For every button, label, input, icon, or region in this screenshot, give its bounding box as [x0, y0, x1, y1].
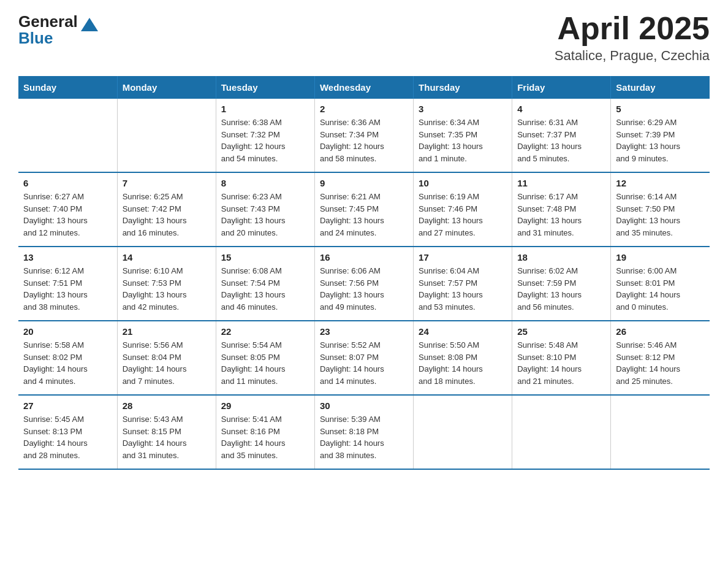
day-number: 5 [616, 104, 705, 114]
day-number: 17 [419, 252, 507, 262]
weekday-header-friday: Friday [512, 76, 611, 99]
day-number: 23 [320, 326, 408, 337]
calendar-cell: 13Sunrise: 6:12 AMSunset: 7:51 PMDayligh… [18, 247, 117, 321]
calendar-cell: 29Sunrise: 5:41 AMSunset: 8:16 PMDayligh… [216, 395, 314, 469]
logo-blue-text: Blue [18, 29, 53, 48]
calendar-cell [117, 99, 216, 172]
day-info: Sunrise: 5:46 AMSunset: 8:12 PMDaylight:… [616, 339, 705, 387]
calendar-cell: 17Sunrise: 6:04 AMSunset: 7:57 PMDayligh… [414, 247, 512, 321]
calendar-cell: 18Sunrise: 6:02 AMSunset: 7:59 PMDayligh… [512, 247, 611, 321]
weekday-header-thursday: Thursday [414, 76, 512, 99]
day-info: Sunrise: 6:04 AMSunset: 7:57 PMDaylight:… [419, 265, 507, 313]
day-info: Sunrise: 6:31 AMSunset: 7:37 PMDaylight:… [517, 117, 605, 164]
day-number: 22 [221, 326, 309, 337]
day-number: 11 [517, 178, 605, 188]
calendar-cell: 11Sunrise: 6:17 AMSunset: 7:48 PMDayligh… [512, 172, 611, 247]
page-header: General Blue April 2025 Satalice, Prague… [18, 12, 710, 64]
logo: General Blue [18, 12, 98, 48]
calendar-cell: 8Sunrise: 6:23 AMSunset: 7:43 PMDaylight… [216, 172, 314, 247]
day-info: Sunrise: 5:56 AMSunset: 8:04 PMDaylight:… [123, 339, 211, 387]
calendar-cell: 24Sunrise: 5:50 AMSunset: 8:08 PMDayligh… [414, 321, 512, 395]
day-number: 25 [517, 326, 605, 337]
day-info: Sunrise: 5:58 AMSunset: 8:02 PMDaylight:… [23, 339, 112, 387]
day-number: 6 [23, 178, 112, 188]
day-info: Sunrise: 6:21 AMSunset: 7:45 PMDaylight:… [320, 191, 408, 239]
calendar-week-row: 27Sunrise: 5:45 AMSunset: 8:13 PMDayligh… [18, 395, 710, 469]
day-info: Sunrise: 6:17 AMSunset: 7:48 PMDaylight:… [517, 191, 605, 239]
day-info: Sunrise: 6:29 AMSunset: 7:39 PMDaylight:… [616, 117, 705, 164]
day-info: Sunrise: 6:34 AMSunset: 7:35 PMDaylight:… [419, 117, 507, 164]
day-info: Sunrise: 5:39 AMSunset: 8:18 PMDaylight:… [320, 413, 408, 461]
day-info: Sunrise: 5:50 AMSunset: 8:08 PMDaylight:… [419, 339, 507, 387]
day-info: Sunrise: 6:14 AMSunset: 7:50 PMDaylight:… [616, 191, 705, 239]
day-number: 7 [123, 178, 211, 188]
calendar-cell: 10Sunrise: 6:19 AMSunset: 7:46 PMDayligh… [414, 172, 512, 247]
calendar-week-row: 20Sunrise: 5:58 AMSunset: 8:02 PMDayligh… [18, 321, 710, 395]
calendar-cell: 20Sunrise: 5:58 AMSunset: 8:02 PMDayligh… [18, 321, 117, 395]
calendar-cell: 25Sunrise: 5:48 AMSunset: 8:10 PMDayligh… [512, 321, 611, 395]
calendar-cell: 7Sunrise: 6:25 AMSunset: 7:42 PMDaylight… [117, 172, 216, 247]
day-info: Sunrise: 6:23 AMSunset: 7:43 PMDaylight:… [221, 191, 309, 239]
day-info: Sunrise: 5:54 AMSunset: 8:05 PMDaylight:… [221, 339, 309, 387]
calendar-cell: 4Sunrise: 6:31 AMSunset: 7:37 PMDaylight… [512, 99, 611, 172]
logo-wordmark: General Blue [18, 12, 98, 48]
day-info: Sunrise: 6:12 AMSunset: 7:51 PMDaylight:… [23, 265, 112, 313]
day-number: 20 [23, 326, 112, 337]
day-info: Sunrise: 6:00 AMSunset: 8:01 PMDaylight:… [616, 265, 705, 313]
day-number: 13 [23, 252, 112, 262]
calendar-cell: 9Sunrise: 6:21 AMSunset: 7:45 PMDaylight… [314, 172, 413, 247]
calendar-title-block: April 2025 Satalice, Prague, Czechia [555, 12, 710, 64]
weekday-header-saturday: Saturday [611, 76, 710, 99]
day-info: Sunrise: 6:06 AMSunset: 7:56 PMDaylight:… [320, 265, 408, 313]
calendar-table: SundayMondayTuesdayWednesdayThursdayFrid… [18, 76, 710, 470]
calendar-cell: 14Sunrise: 6:10 AMSunset: 7:53 PMDayligh… [117, 247, 216, 321]
calendar-cell [611, 395, 710, 469]
weekday-header-wednesday: Wednesday [314, 76, 413, 99]
day-number: 28 [123, 400, 211, 411]
calendar-cell [512, 395, 611, 469]
calendar-cell: 22Sunrise: 5:54 AMSunset: 8:05 PMDayligh… [216, 321, 314, 395]
day-number: 1 [221, 104, 309, 114]
day-number: 30 [320, 400, 408, 411]
calendar-cell: 21Sunrise: 5:56 AMSunset: 8:04 PMDayligh… [117, 321, 216, 395]
logo-triangle-icon [81, 18, 98, 31]
calendar-cell: 28Sunrise: 5:43 AMSunset: 8:15 PMDayligh… [117, 395, 216, 469]
calendar-subtitle: Satalice, Prague, Czechia [555, 48, 710, 64]
calendar-cell: 23Sunrise: 5:52 AMSunset: 8:07 PMDayligh… [314, 321, 413, 395]
day-number: 19 [616, 252, 705, 262]
day-number: 14 [123, 252, 211, 262]
day-number: 26 [616, 326, 705, 337]
calendar-cell: 30Sunrise: 5:39 AMSunset: 8:18 PMDayligh… [314, 395, 413, 469]
day-number: 3 [419, 104, 507, 114]
calendar-cell: 15Sunrise: 6:08 AMSunset: 7:54 PMDayligh… [216, 247, 314, 321]
weekday-header-sunday: Sunday [18, 76, 117, 99]
day-info: Sunrise: 6:25 AMSunset: 7:42 PMDaylight:… [123, 191, 211, 239]
calendar-cell: 3Sunrise: 6:34 AMSunset: 7:35 PMDaylight… [414, 99, 512, 172]
day-info: Sunrise: 6:27 AMSunset: 7:40 PMDaylight:… [23, 191, 112, 239]
calendar-cell: 1Sunrise: 6:38 AMSunset: 7:32 PMDaylight… [216, 99, 314, 172]
day-number: 18 [517, 252, 605, 262]
day-number: 9 [320, 178, 408, 188]
calendar-week-row: 6Sunrise: 6:27 AMSunset: 7:40 PMDaylight… [18, 172, 710, 247]
day-number: 8 [221, 178, 309, 188]
day-number: 12 [616, 178, 705, 188]
day-info: Sunrise: 6:10 AMSunset: 7:53 PMDaylight:… [123, 265, 211, 313]
calendar-cell: 16Sunrise: 6:06 AMSunset: 7:56 PMDayligh… [314, 247, 413, 321]
day-info: Sunrise: 5:52 AMSunset: 8:07 PMDaylight:… [320, 339, 408, 387]
calendar-cell: 5Sunrise: 6:29 AMSunset: 7:39 PMDaylight… [611, 99, 710, 172]
day-number: 2 [320, 104, 408, 114]
day-number: 16 [320, 252, 408, 262]
weekday-header-monday: Monday [117, 76, 216, 99]
day-number: 15 [221, 252, 309, 262]
calendar-cell: 19Sunrise: 6:00 AMSunset: 8:01 PMDayligh… [611, 247, 710, 321]
calendar-cell: 27Sunrise: 5:45 AMSunset: 8:13 PMDayligh… [18, 395, 117, 469]
day-number: 29 [221, 400, 309, 411]
weekday-header-tuesday: Tuesday [216, 76, 314, 99]
calendar-cell [18, 99, 117, 172]
day-info: Sunrise: 6:08 AMSunset: 7:54 PMDaylight:… [221, 265, 309, 313]
calendar-cell: 2Sunrise: 6:36 AMSunset: 7:34 PMDaylight… [314, 99, 413, 172]
calendar-cell: 12Sunrise: 6:14 AMSunset: 7:50 PMDayligh… [611, 172, 710, 247]
day-number: 4 [517, 104, 605, 114]
day-info: Sunrise: 6:36 AMSunset: 7:34 PMDaylight:… [320, 117, 408, 164]
day-number: 21 [123, 326, 211, 337]
